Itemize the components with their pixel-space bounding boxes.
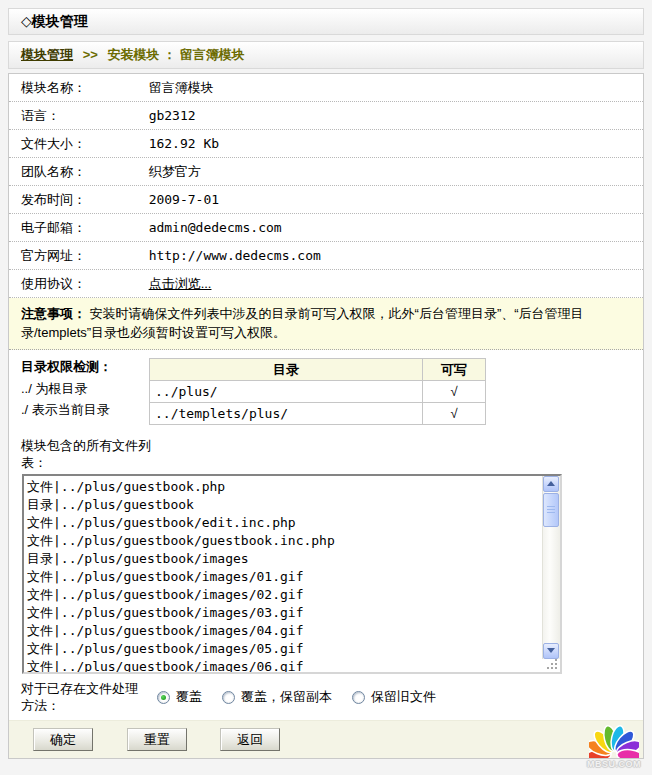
field-row-module-name: 模块名称： 留言簿模块 bbox=[9, 74, 643, 102]
notice-text: 安装时请确保文件列表中涉及的目录前可写入权限，此外“后台管理目录”、“后台管理目… bbox=[21, 306, 584, 340]
breadcrumb-current: 安装模块 ： 留言簿模块 bbox=[107, 47, 244, 62]
field-value: gb2312 bbox=[149, 108, 196, 123]
arrow-up-icon bbox=[547, 481, 555, 486]
module-install-panel: 模块名称： 留言簿模块 语言： gb2312 文件大小： 162.92 Kb 团… bbox=[8, 73, 644, 759]
permission-table: 目录 可写 ../plus/ √ ../templets/plus/ √ bbox=[149, 358, 486, 425]
file-list-item: 文件|../plus/guestbook.php bbox=[27, 478, 540, 496]
file-list-item: 文件|../plus/guestbook/images/04.gif bbox=[27, 622, 540, 640]
permission-check-labels: 目录权限检测： ../ 为根目录 ./ 表示当前目录 bbox=[21, 356, 149, 425]
field-label: 模块名称： bbox=[21, 74, 145, 101]
field-label: 团队名称： bbox=[21, 158, 145, 185]
radio-unselected-icon[interactable] bbox=[222, 691, 235, 704]
overwrite-options: 覆盖 覆盖，保留副本 保留旧文件 bbox=[157, 688, 456, 706]
radio-selected-icon[interactable] bbox=[157, 691, 170, 704]
field-label: 使用协议： bbox=[21, 270, 145, 297]
file-list-item: 目录|../plus/guestbook bbox=[27, 496, 540, 514]
field-value: 织梦官方 bbox=[149, 164, 201, 179]
field-label: 电子邮箱： bbox=[21, 214, 145, 241]
notice-box: 注意事项： 安装时请确保文件列表中涉及的目录前可写入权限，此外“后台管理目录”、… bbox=[9, 298, 643, 350]
breadcrumb: 模块管理 >> 安装模块 ： 留言簿模块 bbox=[8, 41, 644, 69]
vertical-scrollbar[interactable] bbox=[542, 476, 560, 659]
radio-option-keep-old-files[interactable]: 保留旧文件 bbox=[352, 688, 436, 706]
scroll-up-button[interactable] bbox=[543, 476, 559, 492]
breadcrumb-link-module-manager[interactable]: 模块管理 bbox=[21, 47, 73, 62]
file-list-item: 文件|../plus/guestbook/images/05.gif bbox=[27, 640, 540, 658]
permission-check-section: 目录权限检测： ../ 为根目录 ./ 表示当前目录 目录 可写 ../plus… bbox=[9, 350, 643, 433]
field-label: 发布时间： bbox=[21, 186, 145, 213]
radio-option-overwrite-keep-copy[interactable]: 覆盖，保留副本 bbox=[222, 688, 332, 706]
field-row-team-name: 团队名称： 织梦官方 bbox=[9, 158, 643, 186]
module-manager-page: ◇模块管理 模块管理 >> 安装模块 ： 留言簿模块 模块名称： 留言簿模块 语… bbox=[0, 0, 652, 775]
radio-label: 覆盖 bbox=[176, 688, 202, 706]
scroll-down-button[interactable] bbox=[543, 643, 559, 659]
file-list-lines: 文件|../plus/guestbook.php 目录|../plus/gues… bbox=[24, 476, 560, 674]
notice-label: 注意事项： bbox=[21, 306, 86, 321]
page-title-bar: ◇模块管理 bbox=[8, 8, 644, 35]
radio-label: 覆盖，保留副本 bbox=[241, 688, 332, 706]
root-dir-hint: ../ 为根目录 bbox=[21, 378, 149, 399]
field-label: 文件大小： bbox=[21, 130, 145, 157]
field-value: http://www.dedecms.com bbox=[149, 248, 321, 263]
resize-grip[interactable] bbox=[547, 659, 559, 671]
arrow-down-icon bbox=[547, 648, 555, 653]
radio-label: 保留旧文件 bbox=[371, 688, 436, 706]
column-header-directory: 目录 bbox=[150, 359, 423, 381]
view-license-link[interactable]: 点击浏览... bbox=[149, 276, 212, 291]
field-value: 162.92 Kb bbox=[149, 136, 219, 151]
watermark: MBSU.COM bbox=[582, 718, 646, 769]
overwrite-method-label: 对于已存在文件处理方法： bbox=[21, 680, 139, 714]
permission-check-title: 目录权限检测： bbox=[21, 356, 149, 378]
page-title: ◇模块管理 bbox=[21, 13, 88, 29]
radio-unselected-icon[interactable] bbox=[352, 691, 365, 704]
field-row-language: 语言： gb2312 bbox=[9, 102, 643, 130]
confirm-button[interactable]: 确定 bbox=[33, 728, 93, 751]
file-list-item: 文件|../plus/guestbook/images/06.gif bbox=[27, 658, 540, 674]
file-list-item: 文件|../plus/guestbook/images/02.gif bbox=[27, 586, 540, 604]
field-row-release-date: 发布时间： 2009-7-01 bbox=[9, 186, 643, 214]
current-dir-hint: ./ 表示当前目录 bbox=[21, 399, 149, 420]
field-row-license: 使用协议： 点击浏览... bbox=[9, 270, 643, 298]
file-list-label: 模块包含的所有文件列表： bbox=[21, 437, 161, 471]
scrollbar-thumb[interactable] bbox=[543, 493, 559, 527]
file-list-textarea[interactable]: 文件|../plus/guestbook.php 目录|../plus/gues… bbox=[22, 474, 562, 674]
table-row: ../templets/plus/ √ bbox=[150, 403, 486, 425]
field-row-email: 电子邮箱： admin@dedecms.com bbox=[9, 214, 643, 242]
overwrite-method-row: 对于已存在文件处理方法： 覆盖 覆盖，保留副本 保留旧文件 bbox=[9, 674, 643, 720]
table-row: ../plus/ √ bbox=[150, 381, 486, 403]
file-list-item: 文件|../plus/guestbook/images/03.gif bbox=[27, 604, 540, 622]
action-button-band: 确定 重置 返回 bbox=[9, 720, 643, 758]
field-label: 语言： bbox=[21, 102, 145, 129]
writable-checkmark: √ bbox=[423, 381, 486, 403]
breadcrumb-separator: >> bbox=[83, 47, 98, 62]
file-list-item: 目录|../plus/guestbook/images bbox=[27, 550, 540, 568]
writable-checkmark: √ bbox=[423, 403, 486, 425]
field-value: 留言簿模块 bbox=[149, 80, 214, 95]
field-row-file-size: 文件大小： 162.92 Kb bbox=[9, 130, 643, 158]
field-value: 2009-7-01 bbox=[149, 192, 219, 207]
column-header-writable: 可写 bbox=[423, 359, 486, 381]
field-row-official-url: 官方网址： http://www.dedecms.com bbox=[9, 242, 643, 270]
fan-logo-icon bbox=[589, 718, 639, 758]
field-value: admin@dedecms.com bbox=[149, 220, 282, 235]
field-label: 官方网址： bbox=[21, 242, 145, 269]
permission-table-header-row: 目录 可写 bbox=[150, 359, 486, 381]
watermark-text: MBSU.COM bbox=[582, 759, 646, 769]
directory-path: ../plus/ bbox=[150, 381, 423, 403]
radio-option-overwrite[interactable]: 覆盖 bbox=[157, 688, 202, 706]
file-list-item: 文件|../plus/guestbook/images/01.gif bbox=[27, 568, 540, 586]
directory-path: ../templets/plus/ bbox=[150, 403, 423, 425]
file-list-item: 文件|../plus/guestbook/edit.inc.php bbox=[27, 514, 540, 532]
file-list-item: 文件|../plus/guestbook/guestbook.inc.php bbox=[27, 532, 540, 550]
back-button[interactable]: 返回 bbox=[220, 728, 280, 751]
reset-button[interactable]: 重置 bbox=[127, 728, 187, 751]
